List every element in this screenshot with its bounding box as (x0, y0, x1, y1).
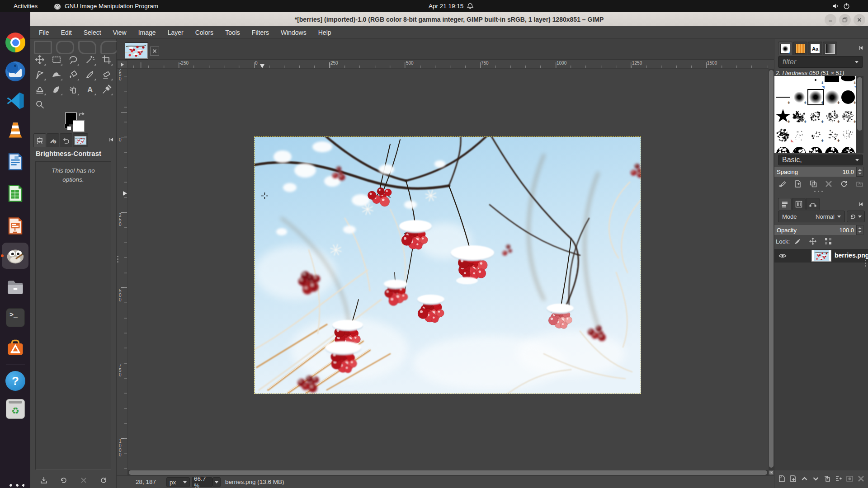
tab-brushes[interactable]: + (778, 42, 793, 55)
dock-item-ubuntu-software[interactable] (4, 337, 27, 359)
right-edge-grip[interactable] (865, 260, 866, 267)
brush-item[interactable] (792, 146, 807, 153)
dock-item-vscode[interactable] (4, 89, 27, 112)
tool-unified-transform[interactable] (34, 69, 46, 80)
menu-windows[interactable]: Windows (275, 27, 312, 38)
default-colors-button[interactable] (65, 124, 71, 131)
open-brush-as-image-button[interactable] (854, 178, 865, 189)
duplicate-layer-button[interactable] (822, 474, 832, 484)
lock-pixels-button[interactable] (793, 236, 802, 246)
layer-mode-dropdown[interactable]: Mode Normal (778, 211, 845, 222)
tool-eraser[interactable] (101, 69, 113, 80)
focused-app-menu[interactable]: GNU Image Manipulation Program (53, 0, 158, 12)
close-button[interactable] (854, 14, 865, 26)
tool-paintbrush[interactable] (84, 69, 96, 80)
brush-item[interactable] (813, 76, 818, 85)
unit-dropdown[interactable]: px (166, 477, 190, 487)
horizontal-ruler[interactable]: -250 0 250 500 750 1000 1250 1500 (127, 60, 769, 69)
brush-item[interactable] (840, 127, 856, 143)
brush-grid-scrollbar[interactable] (856, 76, 863, 153)
brush-item[interactable] (808, 146, 823, 153)
brush-item[interactable] (841, 146, 855, 153)
canvas-viewport[interactable] (127, 69, 769, 470)
dock-resize-grip[interactable] (814, 191, 823, 192)
opacity-slider[interactable]: Opacity 100.0 (774, 225, 856, 235)
tool-move[interactable] (34, 54, 46, 66)
tool-smudge[interactable] (51, 84, 62, 95)
system-status-area[interactable] (832, 0, 850, 12)
opacity-spinner[interactable] (856, 225, 863, 235)
vertical-scrollbar[interactable] (769, 69, 774, 470)
brush-item[interactable] (825, 146, 839, 153)
restore-tool-preset-button[interactable] (58, 475, 69, 486)
tool-warp-transform[interactable] (51, 69, 62, 80)
spacing-spinner[interactable] (856, 167, 863, 177)
tab-tool-options[interactable] (33, 133, 46, 147)
lock-alpha-button[interactable] (823, 236, 833, 246)
vertical-scrollbar-thumb[interactable] (769, 70, 774, 468)
menu-colors[interactable]: Colors (189, 27, 219, 38)
tab-image-thumbnail[interactable] (73, 133, 88, 147)
dock-item-libreoffice-impress[interactable] (4, 215, 27, 237)
tool-fuzzy-select[interactable] (84, 54, 96, 66)
tool-airbrush[interactable] (67, 84, 79, 95)
layer-row[interactable]: berries.png (774, 249, 868, 263)
tab-paths[interactable] (806, 198, 820, 210)
brushes-menu-button[interactable] (858, 44, 865, 52)
merge-layer-button[interactable] (833, 474, 844, 484)
canvas-image[interactable] (255, 137, 641, 394)
menu-filters[interactable]: Filters (246, 27, 275, 38)
left-panel-grip[interactable] (117, 256, 118, 263)
dock-item-help[interactable]: ? (4, 370, 27, 392)
tab-gradients[interactable] (823, 42, 837, 55)
dock-item-thunderbird[interactable] (4, 60, 27, 83)
dock-item-gimp[interactable] (4, 244, 27, 267)
dock-item-libreoffice-calc[interactable] (4, 182, 27, 205)
delete-brush-button[interactable] (823, 178, 834, 189)
activities-button[interactable]: Activities (14, 0, 38, 12)
dock-item-chrome[interactable] (4, 31, 27, 54)
background-color-swatch[interactable] (73, 120, 85, 132)
zoom-dropdown-button[interactable] (212, 477, 221, 487)
refresh-brushes-button[interactable] (839, 178, 849, 189)
brush-scrollbar-thumb[interactable] (857, 77, 862, 131)
image-tab[interactable] (125, 42, 148, 60)
spacing-slider[interactable]: Spacing 10.0 (774, 167, 856, 177)
gimp-title-bar[interactable]: *[berries] (imported)-1.0 (RGB color 8-b… (30, 12, 868, 27)
close-image-tab-button[interactable] (150, 47, 159, 56)
horizontal-scrollbar-thumb[interactable] (129, 470, 767, 475)
tab-device-status[interactable]: i (47, 133, 59, 147)
tool-zoom[interactable] (34, 99, 46, 110)
brush-item[interactable] (776, 146, 790, 153)
menu-layer[interactable]: Layer (162, 27, 189, 38)
save-tool-preset-button[interactable] (38, 475, 49, 486)
brush-grid[interactable]: ++++++++++++++ (774, 76, 856, 153)
swap-colors-button[interactable] (78, 112, 85, 118)
tab-layers[interactable] (778, 198, 792, 210)
tab-patterns[interactable] (793, 42, 807, 55)
restore-button[interactable] (839, 14, 851, 26)
layers-menu-button[interactable] (858, 201, 865, 208)
menu-file[interactable]: File (33, 27, 55, 38)
zoom-entry[interactable]: 66.7 % (192, 477, 212, 487)
raise-layer-button[interactable] (799, 474, 810, 484)
clock-menu[interactable]: Apr 21 19:15 (429, 0, 474, 12)
dock-item-files[interactable] (4, 276, 27, 299)
delete-tool-preset-button[interactable] (78, 475, 89, 486)
brush-filter-input[interactable]: filter (778, 56, 863, 68)
new-layer-button[interactable] (777, 474, 787, 484)
tool-clone[interactable] (34, 84, 46, 95)
tab-fonts[interactable]: Aa (808, 42, 822, 55)
mode-switch-button[interactable] (847, 211, 865, 222)
menu-edit[interactable]: Edit (55, 27, 78, 38)
tool-bucket-fill[interactable] (67, 69, 79, 80)
lock-position-button[interactable] (808, 236, 818, 246)
edit-brush-button[interactable] (777, 178, 788, 189)
tool-rectangle-select[interactable] (51, 54, 62, 66)
brush-group-dropdown[interactable]: Basic, (778, 155, 863, 165)
lower-layer-button[interactable] (811, 474, 821, 484)
dock-item-trash[interactable]: ♻ (4, 398, 27, 420)
tool-crop[interactable] (101, 54, 113, 66)
vertical-ruler[interactable]: -250 0 250 500 750 1000 (117, 69, 127, 470)
brush-item[interactable] (775, 127, 791, 143)
